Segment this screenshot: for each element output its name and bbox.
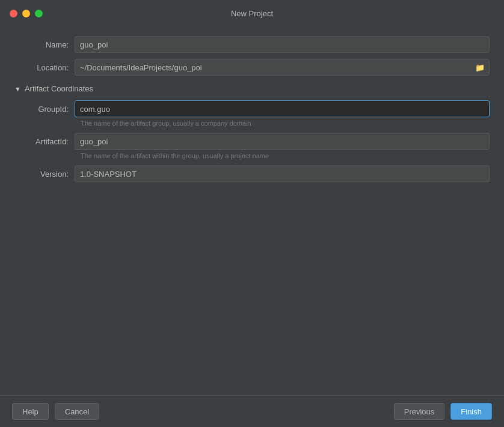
group-id-row: GroupId: [14, 100, 490, 117]
previous-button[interactable]: Previous [394, 403, 445, 420]
footer-right: Previous Finish [394, 403, 492, 420]
artifact-id-input[interactable] [75, 133, 490, 150]
name-row: Name: [14, 36, 490, 53]
maximize-button[interactable] [35, 10, 43, 17]
group-id-input[interactable] [75, 100, 490, 117]
version-row: Version: [14, 165, 490, 182]
artifact-id-block: ArtifactId: The name of the artifact wit… [14, 133, 490, 159]
artifact-id-hint: The name of the artifact within the grou… [14, 152, 490, 159]
location-row: Location: 📁 [14, 59, 490, 76]
version-block: Version: [14, 165, 490, 182]
dialog-content: Name: Location: 📁 ▼ Artifact Coordinates… [0, 26, 504, 395]
name-input[interactable] [75, 36, 490, 53]
dialog-footer: Help Cancel Previous Finish [0, 395, 504, 427]
version-label: Version: [14, 170, 75, 179]
location-label: Location: [14, 63, 75, 72]
group-id-hint: The name of the artifact group, usually … [14, 120, 490, 127]
location-input[interactable] [75, 59, 490, 76]
version-input[interactable] [75, 165, 490, 182]
window-controls [10, 10, 43, 17]
section-title: Artifact Coordinates [25, 84, 93, 93]
name-label: Name: [14, 40, 75, 49]
close-button[interactable] [10, 10, 17, 17]
dialog-title: New Project [231, 9, 273, 18]
footer-left: Help Cancel [12, 403, 99, 420]
new-project-dialog: New Project Name: Location: 📁 ▼ Artifact… [0, 0, 504, 427]
artifact-id-row: ArtifactId: [14, 133, 490, 150]
help-button[interactable]: Help [12, 403, 49, 420]
cancel-button[interactable]: Cancel [55, 403, 99, 420]
artifact-coordinates-section-header: ▼ Artifact Coordinates [14, 84, 490, 93]
group-id-block: GroupId: The name of the artifact group,… [14, 100, 490, 127]
artifact-id-label: ArtifactId: [14, 137, 75, 146]
folder-icon[interactable]: 📁 [475, 63, 485, 72]
group-id-label: GroupId: [14, 105, 75, 114]
location-input-wrapper: 📁 [75, 59, 490, 76]
title-bar: New Project [0, 0, 504, 26]
minimize-button[interactable] [22, 10, 30, 17]
finish-button[interactable]: Finish [450, 403, 492, 420]
collapse-arrow-icon[interactable]: ▼ [14, 85, 21, 93]
